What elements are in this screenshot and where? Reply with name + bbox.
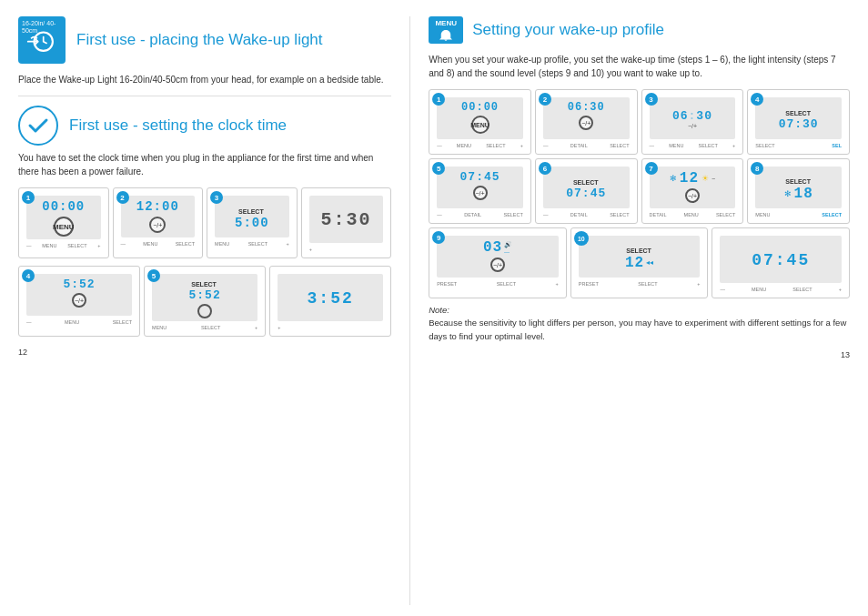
right-column: MENU Setting your wake-up profile When y… [410, 16, 850, 605]
step4b-display: 5:52 [63, 278, 95, 291]
r-step9-screen: 03 🔊 — −/+ [437, 236, 559, 278]
r-step5-labels: —DETAILSELECT [435, 212, 525, 217]
left-step-5: 5 SELECT 5:52 MENUSELECT+ [144, 266, 266, 337]
step2-knob: −/+ [149, 217, 166, 233]
r-step1-screen: 00:00 MENU [437, 97, 523, 139]
section1-title: First use - placing the Wake-up light [76, 31, 323, 49]
r-step1-display: 00:00 [461, 101, 499, 114]
r-step4-select: SELECT [785, 110, 811, 116]
step3-screen: SELECT 5:00 [215, 196, 289, 237]
r-step1-knob: MENU [471, 116, 490, 134]
section2-header: First use - setting the clock time [18, 106, 391, 146]
step1-display: 00:00 [42, 199, 85, 214]
r-step7-screen: ✻ 12 ☀ − −/+ [650, 167, 736, 208]
step-num-3: 3 [210, 191, 223, 204]
r-step5-knob: −/+ [473, 186, 488, 200]
step1-knob: MENU [54, 217, 74, 237]
step5-display: 5:52 [188, 288, 220, 302]
r-step3-labels: —MENUSELECT+ [648, 143, 738, 148]
r-step5-display: 07:45 [460, 170, 500, 184]
step5-labels: MENUSELECT+ [150, 325, 259, 330]
left-steps-row1: 1 00:00 MENU —MENUSELECT+ 2 12:00 [18, 187, 391, 258]
menu-label: MENU [435, 19, 457, 27]
r-step11-display: 07:45 [752, 251, 810, 269]
step4-labels: + [308, 247, 386, 252]
step-num-4b: 4 [22, 269, 35, 282]
note-label: Note: [429, 305, 449, 315]
step3-labels: MENUSELECT+ [213, 241, 291, 247]
right-step-10: 10 SELECT 12 ◂◂ PRESETSELECT+ [570, 227, 709, 298]
section2-desc: You have to set the clock time when you … [18, 151, 391, 178]
step3-select: SELECT [238, 208, 264, 215]
right-step-6: 6 SELECT 07:45 —DETAILSELECT [535, 158, 638, 224]
r-step7-display: 12 [680, 170, 699, 187]
r-step3-screen: 06:30 −/+ [650, 97, 736, 139]
r-step10-labels: PRESETSELECT+ [577, 281, 702, 287]
step2-screen: 12:00 −/+ [121, 196, 196, 237]
right-step-8: 8 SELECT ✻ 18 MENUSELECT [747, 158, 850, 224]
right-steps-row3: 9 03 🔊 — −/+ PRESETSELECT+ [429, 227, 850, 298]
r-step-num-6: 6 [539, 162, 551, 175]
step3-display: 5:00 [235, 216, 269, 230]
r-step4-screen: SELECT 07:30 [755, 97, 842, 139]
left-step-2: 2 12:00 −/+ —MENUSELECT [113, 187, 204, 258]
note-section: Note: Because the sensitivity to light d… [429, 304, 850, 343]
r-step9-display: 03 [483, 239, 502, 256]
right-step-7: 7 ✻ 12 ☀ − −/+ DETAILMENUSELECT [641, 158, 744, 224]
r-step2-labels: —DETAILSELECT [541, 143, 631, 148]
right-steps-row1: 1 00:00 MENU —MENUSELECT+ 2 06:30 [429, 89, 850, 155]
r-step-num-10: 10 [574, 231, 589, 246]
section1-desc: Place the Wake-up Light 16-20in/40-50cm … [18, 73, 391, 86]
step4-screen: 5:30 [309, 196, 384, 243]
note-text: Because the sensitivity to light differs… [429, 318, 846, 340]
step4b-screen: 5:52 −/+ [26, 274, 132, 316]
r-step10-display: 12 [625, 255, 644, 271]
r-step-num-3: 3 [645, 93, 658, 106]
bell-icon [436, 29, 456, 42]
left-column: 16-20in/ 40-50cm First use - placing the… [18, 16, 410, 605]
r-step1-labels: —MENUSELECT+ [435, 143, 525, 148]
left-steps-row2: 4 5:52 −/+ —MENUSELECT 5 S [18, 266, 391, 337]
r-step10-select: SELECT [626, 247, 651, 254]
step5-select: SELECT [191, 281, 217, 288]
r-step8-screen: SELECT ✻ 18 [755, 167, 842, 208]
step1-labels: —MENUSELECT+ [25, 243, 103, 248]
step-num-2: 2 [116, 191, 129, 204]
step6-labels: + [276, 325, 385, 330]
step-num-1: 1 [22, 191, 35, 204]
r-step11-screen: 07:45 [720, 236, 842, 283]
r-step8-select: SELECT [785, 178, 811, 185]
section3-desc: When you set your wake-up profile, you s… [429, 53, 850, 80]
checkmark-icon-box [18, 106, 58, 146]
r-step8-labels: MENUSELECT [753, 212, 843, 217]
r-step6-screen: SELECT 07:45 [543, 167, 630, 208]
left-step-4b: 4 5:52 −/+ —MENUSELECT [18, 266, 140, 337]
left-step-4: 5:30 + [301, 187, 392, 258]
step4-display: 5:30 [320, 209, 371, 230]
right-step-4: 4 SELECT 07:30 SELECTSEL [747, 89, 850, 155]
left-step-6: 3:52 + [269, 266, 391, 337]
r-step11-labels: —MENUSELECT+ [718, 287, 843, 292]
step4b-labels: —MENUSELECT [25, 319, 134, 325]
r-step6-select: SELECT [573, 179, 599, 186]
step-num-5: 5 [147, 269, 160, 282]
left-step-1: 1 00:00 MENU —MENUSELECT+ [18, 187, 109, 258]
distance-label: 16-20in/ 40-50cm [22, 20, 66, 34]
r-step10-screen: SELECT 12 ◂◂ [579, 236, 701, 278]
r-step2-display: 06:30 [568, 101, 605, 114]
left-step-3: 3 SELECT 5:00 MENUSELECT+ [207, 187, 298, 258]
section3-header: MENU Setting your wake-up profile [429, 16, 850, 44]
step6-screen: 3:52 [278, 274, 383, 321]
r-step5-screen: 07:45 −/+ [437, 167, 523, 208]
r-step9-labels: PRESETSELECT+ [435, 281, 560, 287]
step1-screen: 00:00 MENU [26, 196, 101, 239]
r-step6-labels: —DETAILSELECT [541, 212, 631, 217]
r-step-num-7: 7 [645, 162, 658, 175]
step5-screen: SELECT 5:52 [152, 274, 257, 321]
right-step-3: 3 06:30 −/+ —MENUSELECT+ [641, 89, 744, 155]
r-step7-labels: DETAILMENUSELECT [648, 212, 738, 217]
checkmark-icon [25, 113, 51, 138]
r-step8-display: 18 [794, 186, 813, 202]
right-step-1: 1 00:00 MENU —MENUSELECT+ [429, 89, 531, 155]
section1-header: 16-20in/ 40-50cm First use - placing the… [18, 16, 391, 64]
